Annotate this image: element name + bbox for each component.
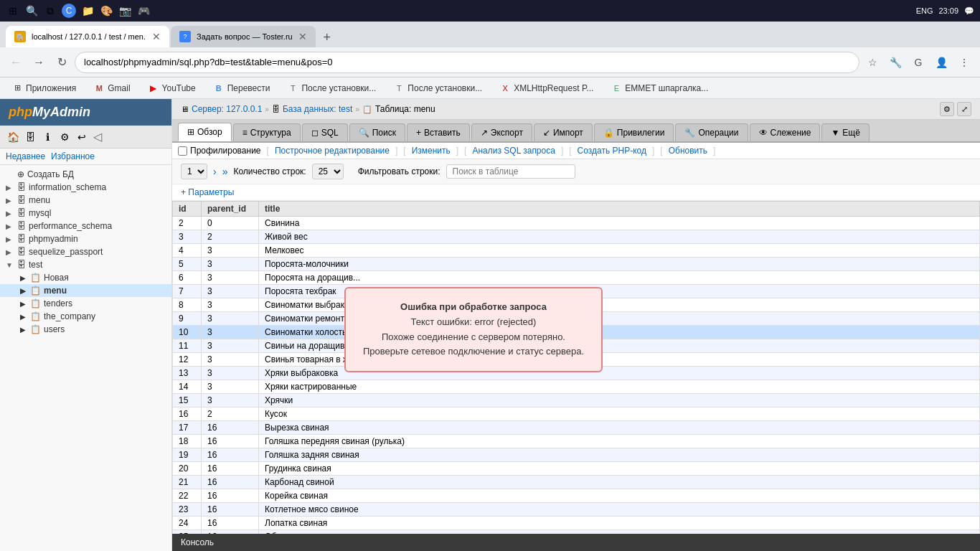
create-php-link[interactable]: Создать PHP-код bbox=[578, 146, 646, 156]
breadcrumb-server-link[interactable]: Сервер: 127.0.0.1 bbox=[192, 104, 262, 114]
page-select[interactable]: 1 bbox=[181, 164, 207, 179]
sidebar-favorites-link[interactable]: Избранное bbox=[51, 151, 95, 161]
tab2-close-btn[interactable]: ✕ bbox=[298, 31, 307, 42]
address-bar[interactable] bbox=[75, 52, 859, 73]
table-row[interactable]: 2216Корейка свиная bbox=[173, 489, 980, 503]
breadcrumb-db-link[interactable]: База данных: test bbox=[283, 104, 353, 114]
profile-checkbox[interactable]: Профилирование bbox=[178, 146, 261, 156]
browser-tab-1[interactable]: 🐘 localhost / 127.0.0.1 / test / men... … bbox=[6, 26, 169, 47]
sidebar-item-mysql-db[interactable]: ▶ 🗄 mysql bbox=[0, 207, 171, 220]
table-row[interactable]: 1716Вырезка свиная bbox=[173, 421, 980, 435]
chrome-icon[interactable]: C bbox=[62, 4, 76, 18]
sidebar-item-nova-table[interactable]: ▶ 📋 Новая bbox=[0, 271, 171, 284]
sidebar-item-info-schema[interactable]: ▶ 🗄 information_schema bbox=[0, 181, 171, 194]
table-row[interactable]: 2016Грудинка свиная bbox=[173, 462, 980, 476]
explorer-icon[interactable]: 📁 bbox=[80, 4, 95, 18]
app-icon-3[interactable]: 🎮 bbox=[136, 4, 151, 18]
table-row[interactable]: 20Свинина bbox=[173, 217, 980, 230]
table-row[interactable]: 2516Обрезь свиная bbox=[173, 530, 980, 534]
menu-btn[interactable]: ⋮ bbox=[954, 52, 974, 72]
sidebar-home-icon[interactable]: 🏠 bbox=[6, 130, 20, 144]
sidebar-item-perf-schema[interactable]: ▶ 🗄 performance_schema bbox=[0, 220, 171, 232]
pma-tab-import[interactable]: ↙ Импорт bbox=[534, 123, 593, 141]
pma-tab-insert[interactable]: + Вставить bbox=[407, 123, 470, 141]
sidebar-item-seq-passport[interactable]: ▶ 🗄 sequelize_passport bbox=[0, 245, 171, 258]
bookmark-after-install-2[interactable]: T После установки... bbox=[387, 81, 488, 95]
sidebar-settings-icon[interactable]: ⚙ bbox=[57, 130, 72, 144]
refresh-link[interactable]: Обновить bbox=[669, 146, 707, 156]
bookmark-star-btn[interactable]: ☆ bbox=[862, 52, 882, 72]
sidebar-info-icon[interactable]: ℹ bbox=[40, 130, 55, 144]
app-icon-1[interactable]: 🎨 bbox=[99, 4, 113, 18]
profile-checkbox-input[interactable] bbox=[178, 146, 187, 156]
sidebar-item-users-table[interactable]: ▶ 📋 users bbox=[0, 323, 171, 336]
pma-tab-tracking[interactable]: 👁 Слежение bbox=[750, 123, 821, 141]
extension-btn-3[interactable]: 👤 bbox=[931, 52, 951, 72]
forward-button[interactable]: → bbox=[29, 52, 49, 72]
bookmark-youtube[interactable]: ▶ YouTube bbox=[142, 81, 202, 95]
sidebar-db-icon[interactable]: 🗄 bbox=[23, 130, 37, 144]
pma-tab-more[interactable]: ▼ Ещё bbox=[821, 123, 869, 141]
search-icon[interactable]: 🔍 bbox=[24, 4, 39, 18]
bookmark-after-install-1[interactable]: T После установки... bbox=[281, 81, 382, 95]
reload-button[interactable]: ↻ bbox=[52, 52, 72, 72]
line-edit-link[interactable]: Построчное редактирование bbox=[275, 146, 390, 156]
pma-tab-overview[interactable]: ⊞ Обзор bbox=[178, 123, 232, 141]
pma-tab-search[interactable]: 🔍 Поиск bbox=[349, 123, 405, 141]
last-page-btn[interactable]: » bbox=[222, 166, 228, 177]
tab1-close-btn[interactable]: ✕ bbox=[152, 31, 161, 42]
pma-tab-export[interactable]: ↗ Экспорт bbox=[471, 123, 532, 141]
sidebar-item-tenders-table[interactable]: ▶ 📋 tenders bbox=[0, 297, 171, 310]
bookmark-xmlhttp[interactable]: X XMLHttpRequest P... bbox=[494, 81, 599, 95]
col-header-id[interactable]: id bbox=[173, 202, 202, 217]
sql-analysis-link[interactable]: Анализ SQL запроса bbox=[472, 146, 555, 156]
pma-tab-sql[interactable]: ◻ SQL bbox=[302, 123, 348, 141]
table-row[interactable]: 1916Голяшка задняя свиная bbox=[173, 448, 980, 462]
table-row[interactable]: 63Поросята на доращив... bbox=[173, 271, 980, 285]
app-icon-2[interactable]: 📷 bbox=[118, 4, 132, 18]
sidebar-item-phpmyadmin-db[interactable]: ▶ 🗄 phpmyadmin bbox=[0, 232, 171, 245]
table-row[interactable]: 53Поросята-молочники bbox=[173, 258, 980, 271]
extension-btn-1[interactable]: 🔧 bbox=[885, 52, 905, 72]
breadcrumb-settings-btn[interactable]: ⚙ bbox=[940, 102, 954, 116]
sidebar-item-menu-table[interactable]: ▶ 📋 menu bbox=[0, 284, 171, 297]
sidebar-item-create-db[interactable]: ⊕ Создать БД bbox=[0, 168, 171, 181]
filter-input[interactable] bbox=[446, 164, 575, 179]
bookmark-gmail[interactable]: M Gmail bbox=[88, 81, 136, 95]
params-link[interactable]: + Параметры bbox=[181, 187, 234, 197]
sidebar-item-menu-db[interactable]: ▶ 🗄 menu bbox=[0, 194, 171, 207]
col-header-title[interactable]: title bbox=[259, 202, 980, 217]
rows-per-page-select[interactable]: 25 bbox=[312, 164, 344, 179]
table-row[interactable]: 162Кусок bbox=[173, 408, 980, 421]
pma-tab-privileges[interactable]: 🔒 Привилегии bbox=[594, 123, 674, 141]
new-tab-button[interactable]: + bbox=[317, 27, 337, 47]
sidebar-exit-icon[interactable]: ↩ bbox=[75, 130, 89, 144]
extension-btn-2[interactable]: G bbox=[908, 52, 928, 72]
table-row[interactable]: 2116Карбонад свиной bbox=[173, 476, 980, 489]
pma-logo[interactable]: phpMyAdmin bbox=[0, 99, 171, 126]
col-header-parent-id[interactable]: parent_id bbox=[202, 202, 259, 217]
bookmark-translate[interactable]: B Перевести bbox=[207, 81, 276, 95]
browser-tab-2[interactable]: ? Задать вопрос — Toster.ru ✕ bbox=[171, 26, 316, 47]
back-button[interactable]: ← bbox=[6, 52, 26, 72]
table-row[interactable]: 143Хряки кастрированные bbox=[173, 380, 980, 394]
next-page-btn[interactable]: › bbox=[213, 166, 217, 177]
table-row[interactable]: 2316Котлетное мясо свиное bbox=[173, 503, 980, 517]
sidebar-item-test-db[interactable]: ▼ 🗄 test bbox=[0, 258, 171, 271]
console-bar[interactable]: Консоль bbox=[172, 534, 980, 551]
table-row[interactable]: 32Живой вес bbox=[173, 230, 980, 244]
table-row[interactable]: 153Хрячки bbox=[173, 394, 980, 408]
bookmark-emmet[interactable]: E EMMET шпаргалка... bbox=[605, 81, 714, 95]
sidebar-collapse-btn[interactable]: ◁ bbox=[92, 128, 103, 145]
taskview-icon[interactable]: ⧉ bbox=[43, 4, 57, 18]
sidebar-item-the-company-table[interactable]: ▶ 📋 the_company bbox=[0, 310, 171, 323]
pma-tab-operations[interactable]: 🔧 Операции bbox=[675, 123, 748, 141]
table-row[interactable]: 2416Лопатка свиная bbox=[173, 517, 980, 530]
table-row[interactable]: 43Мелковес bbox=[173, 244, 980, 258]
breadcrumb-fullscreen-btn[interactable]: ⤢ bbox=[957, 102, 971, 116]
start-icon[interactable]: ⊞ bbox=[6, 4, 20, 18]
table-row[interactable]: 1816Голяшка передняя свиная (рулька) bbox=[173, 435, 980, 448]
bookmark-apps[interactable]: ⊞ Приложения bbox=[6, 81, 82, 95]
pma-tab-structure[interactable]: ≡ Структура bbox=[233, 123, 301, 141]
sidebar-recent-link[interactable]: Недавнее bbox=[6, 151, 45, 161]
